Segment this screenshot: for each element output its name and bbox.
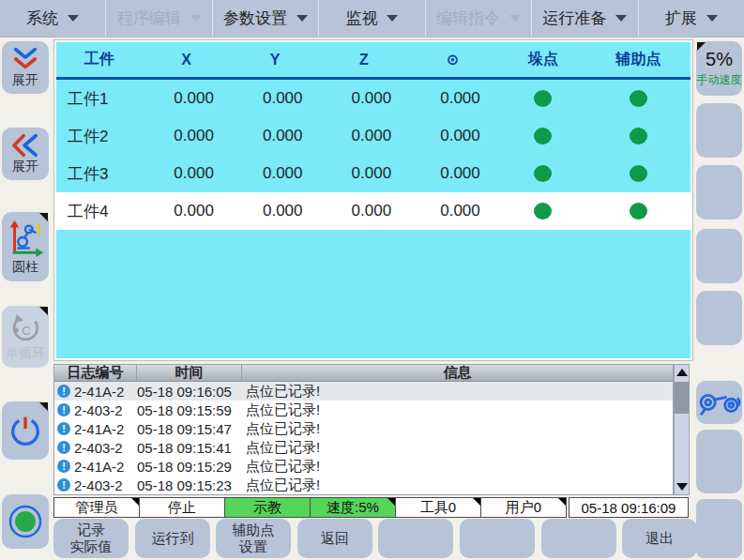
workpiece-panel: 工件 X Y Z ⊙ 垛点 辅助点 工件1 0.000 0.000 0.000 …: [53, 39, 693, 361]
expand-left-icon: [10, 133, 40, 158]
log-row[interactable]: 2-403-2 05-18 09:15:23 点位已记录!: [54, 476, 673, 494]
menu-run-prepare[interactable]: 运行准备: [532, 0, 638, 37]
menu-monitor[interactable]: 监视: [319, 0, 425, 37]
log-row[interactable]: 2-41A-2 05-18 09:15:17 点位已记录!: [54, 494, 673, 495]
log-message: 点位已记录!: [242, 383, 673, 401]
speed-label: 速度:5%: [326, 499, 379, 517]
menu-system-label: 系统: [26, 8, 58, 29]
aux-point-settings-button[interactable]: 辅助点 设置: [216, 519, 291, 558]
info-icon: [57, 478, 70, 492]
soft-key-empty[interactable]: [460, 519, 535, 558]
menu-run-prepare-label: 运行准备: [542, 8, 606, 29]
workpiece-y: 0.000: [231, 127, 320, 145]
tool-box[interactable]: 工具0: [395, 497, 481, 518]
log-message: 点位已记录!: [242, 495, 673, 496]
log-row[interactable]: 2-41A-2 05-18 09:15:29 点位已记录!: [54, 457, 673, 476]
scroll-down-button[interactable]: [675, 479, 689, 494]
log-row[interactable]: 2-41A-2 05-18 09:16:05 点位已记录!: [54, 382, 673, 401]
button-label: 记录: [77, 522, 105, 538]
log-time: 05-18 09:15:29: [137, 459, 242, 475]
log-col-time: 时间: [137, 364, 242, 382]
workpiece-x: 0.000: [142, 164, 231, 183]
log-message: 点位已记录!: [242, 420, 673, 438]
single-cycle-label: 单循环: [6, 346, 45, 360]
aux-point-indicator: [630, 128, 647, 144]
soft-key-empty[interactable]: [541, 519, 616, 558]
corner-mark-icon: [39, 402, 48, 411]
stack-point-cell: [497, 90, 589, 107]
menu-system[interactable]: 系统: [0, 0, 106, 37]
log-scrollbar[interactable]: [674, 364, 690, 495]
workpiece-name: 工件1: [56, 88, 142, 110]
back-button[interactable]: 返回: [297, 519, 372, 558]
log-message: 点位已记录!: [242, 458, 673, 476]
log-code: 2-41A-2: [74, 459, 124, 475]
user-role-box[interactable]: 管理员: [53, 497, 140, 518]
log-code: 2-41A-2: [74, 384, 124, 400]
table-row[interactable]: 工件1 0.000 0.000 0.000 0.000: [56, 80, 691, 117]
cylinder-coord-button[interactable]: 圆柱: [2, 212, 49, 281]
col-header-z: Z: [320, 52, 409, 68]
menu-bar: 系统 程序编辑 参数设置 监视 编辑指令 运行准备 扩展: [0, 0, 744, 38]
button-label: 运行到: [152, 531, 194, 547]
button-label: 设置: [239, 539, 267, 555]
log-time: 05-18 09:15:41: [137, 440, 242, 456]
run-state-label: 停止: [168, 499, 196, 517]
table-row-selected[interactable]: 工件4 0.000 0.000 0.000 0.000: [56, 192, 691, 230]
soft-key-empty[interactable]: [696, 291, 742, 345]
workpiece-name: 工件2: [56, 126, 142, 147]
table-row[interactable]: 工件3 0.000 0.000 0.000 0.000: [56, 155, 691, 192]
scrollbar-thumb[interactable]: [675, 382, 689, 414]
corner-mark-icon: [473, 498, 480, 506]
mode-label: 示教: [253, 499, 281, 517]
servo-status-button[interactable]: [2, 494, 49, 549]
corner-mark-icon: [558, 498, 566, 506]
manual-speed-button[interactable]: 5% 手动速度: [696, 41, 742, 96]
workpiece-name: 工件3: [56, 163, 142, 185]
user-frame-box[interactable]: 用户0: [480, 497, 567, 518]
scroll-up-button[interactable]: [675, 365, 689, 380]
robot-arm-icon: [698, 386, 741, 419]
stack-point-cell: [497, 165, 589, 182]
log-row[interactable]: 2-41A-2 05-18 09:15:47 点位已记录!: [54, 419, 673, 438]
jog-robot-button[interactable]: [696, 381, 742, 424]
soft-key-empty[interactable]: [696, 499, 742, 558]
log-code: 2-403-2: [74, 477, 123, 493]
expand-down-button[interactable]: 展开: [2, 41, 49, 94]
soft-key-empty[interactable]: [696, 430, 742, 493]
aux-point-cell: [589, 90, 688, 107]
green-status-icon: [7, 503, 44, 540]
run-to-button[interactable]: 运行到: [135, 519, 210, 558]
power-button[interactable]: [2, 401, 49, 460]
menu-monitor-label: 监视: [345, 8, 377, 29]
teach-pendant-screen: { "colors": { "steel": "#b7c3d7", "page_…: [0, 0, 744, 560]
record-actual-value-button[interactable]: 记录 实际值: [53, 519, 129, 558]
menu-extend[interactable]: 扩展: [639, 0, 744, 37]
table-row[interactable]: 工件2 0.000 0.000 0.000 0.000: [56, 117, 691, 155]
workpiece-rotation: 0.000: [408, 89, 497, 108]
log-row[interactable]: 2-403-2 05-18 09:15:59 点位已记录!: [54, 401, 673, 419]
soft-key-empty[interactable]: [696, 229, 742, 283]
log-time: 05-18 09:15:47: [137, 421, 242, 437]
exit-button[interactable]: 退出: [622, 519, 697, 558]
svg-text:C: C: [22, 324, 31, 338]
soft-key-empty[interactable]: [696, 103, 742, 158]
soft-key-empty[interactable]: [378, 519, 453, 558]
info-icon: [57, 441, 70, 454]
power-icon: [8, 413, 43, 448]
run-state-box[interactable]: 停止: [139, 497, 225, 518]
workpiece-name: 工件4: [56, 201, 142, 222]
aux-point-cell: [589, 203, 688, 219]
expand-left-button[interactable]: 展开: [2, 128, 49, 180]
mode-box[interactable]: 示教: [224, 497, 311, 518]
workpiece-rotation: 0.000: [408, 202, 497, 220]
log-time: 05-18 09:15:23: [137, 477, 242, 493]
menu-parameter-settings[interactable]: 参数设置: [213, 0, 319, 37]
log-time: 05-18 09:15:59: [137, 402, 242, 418]
speed-box[interactable]: 速度:5%: [310, 497, 396, 518]
log-row[interactable]: 2-403-2 05-18 09:15:41 点位已记录!: [54, 438, 673, 457]
soft-key-empty[interactable]: [696, 165, 742, 219]
arrow-up-icon: [676, 369, 688, 376]
tool-label: 工具0: [420, 499, 456, 517]
aux-point-cell: [589, 165, 688, 182]
